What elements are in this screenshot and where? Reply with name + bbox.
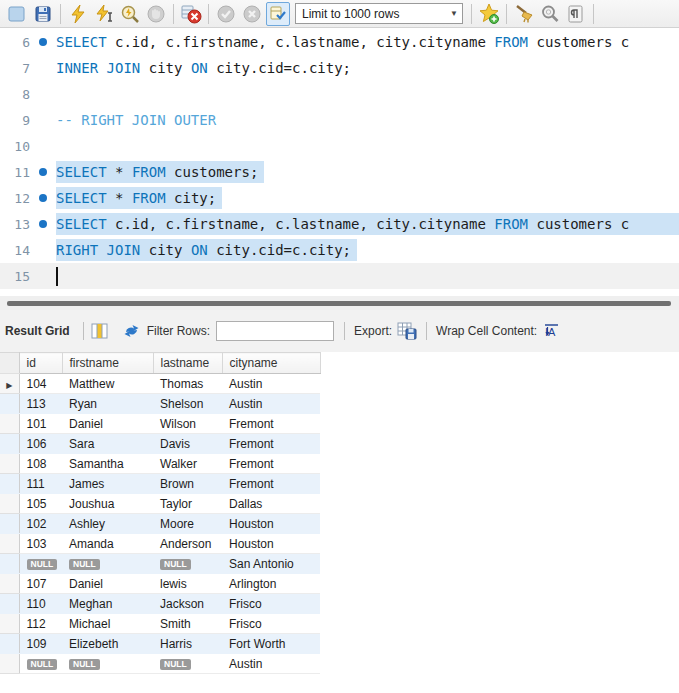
cell-firstname[interactable]: NULL (62, 654, 153, 674)
cell-lastname[interactable]: Walker (153, 454, 222, 474)
add-snippet-icon[interactable] (477, 2, 501, 26)
cell-id[interactable]: 110 (19, 594, 62, 614)
row-selector[interactable] (0, 394, 19, 414)
row-selector[interactable] (0, 434, 19, 454)
cell-id[interactable]: 103 (19, 534, 62, 554)
cell-cityname[interactable]: Fremont (222, 474, 320, 494)
cell-firstname[interactable]: James (62, 474, 153, 494)
cell-cityname[interactable]: Fremont (222, 414, 320, 434)
editor-line-9[interactable]: 9-- RIGHT JOIN OUTER (0, 107, 679, 133)
cell-id[interactable]: 106 (19, 434, 62, 454)
cell-firstname[interactable]: Michael (62, 614, 153, 634)
column-header-id[interactable]: id (19, 353, 62, 374)
save-icon[interactable] (31, 2, 55, 26)
cell-cityname[interactable]: Dallas (222, 494, 320, 514)
column-header-lastname[interactable]: lastname (153, 353, 222, 374)
cell-lastname[interactable]: NULL (153, 554, 222, 574)
cell-firstname[interactable]: NULL (62, 554, 153, 574)
cell-lastname[interactable]: Davis (153, 434, 222, 454)
export-save-icon[interactable] (396, 321, 418, 341)
cell-id[interactable]: 111 (19, 474, 62, 494)
table-row[interactable]: NULLNULLNULLAustin (0, 654, 320, 674)
beautify-icon[interactable] (512, 2, 536, 26)
cell-id[interactable]: 113 (19, 394, 62, 414)
cell-lastname[interactable]: Smith (153, 614, 222, 634)
cell-firstname[interactable]: Sara (62, 434, 153, 454)
cell-lastname[interactable]: Thomas (153, 374, 222, 394)
cell-lastname[interactable]: Jackson (153, 594, 222, 614)
cell-id[interactable]: 107 (19, 574, 62, 594)
row-selector[interactable] (0, 574, 19, 594)
stop-on-error-icon[interactable] (179, 2, 203, 26)
grid-icon[interactable] (89, 321, 111, 341)
autocommit-icon[interactable] (266, 2, 290, 26)
column-header-cityname[interactable]: cityname (222, 353, 320, 374)
row-selector[interactable] (0, 534, 19, 554)
current-row-indicator[interactable]: ▶ (0, 374, 19, 394)
cell-cityname[interactable]: Frisco (222, 614, 320, 634)
cell-id[interactable]: 108 (19, 454, 62, 474)
execute-icon[interactable] (66, 2, 90, 26)
cell-cityname[interactable]: Austin (222, 654, 320, 674)
row-selector[interactable] (0, 514, 19, 534)
row-selector[interactable] (0, 594, 19, 614)
explain-icon[interactable] (118, 2, 142, 26)
new-file-icon[interactable] (5, 2, 29, 26)
table-row[interactable]: 109ElizebethHarrisFort Worth (0, 634, 320, 654)
cell-lastname[interactable]: Moore (153, 514, 222, 534)
invisibles-icon[interactable] (564, 2, 588, 26)
cell-firstname[interactable]: Meghan (62, 594, 153, 614)
cell-firstname[interactable]: Matthew (62, 374, 153, 394)
table-row[interactable]: 112MichaelSmithFrisco (0, 614, 320, 634)
cell-firstname[interactable]: Ashley (62, 514, 153, 534)
cell-id[interactable]: 105 (19, 494, 62, 514)
cell-firstname[interactable]: Elizebeth (62, 634, 153, 654)
cell-cityname[interactable]: Fremont (222, 434, 320, 454)
cell-cityname[interactable]: Arlington (222, 574, 320, 594)
cell-cityname[interactable]: Austin (222, 374, 320, 394)
row-selector[interactable] (0, 474, 19, 494)
table-row[interactable]: 106SaraDavisFremont (0, 434, 320, 454)
cell-lastname[interactable]: Taylor (153, 494, 222, 514)
editor-line-11[interactable]: 11SELECT * FROM customers; (0, 159, 679, 185)
cell-firstname[interactable]: Amanda (62, 534, 153, 554)
table-row[interactable]: 103AmandaAndersonHouston (0, 534, 320, 554)
wrap-cell-icon[interactable]: IA (541, 321, 563, 341)
cell-id[interactable]: NULL (19, 654, 62, 674)
cell-lastname[interactable]: NULL (153, 654, 222, 674)
cell-lastname[interactable]: Harris (153, 634, 222, 654)
editor-line-12[interactable]: 12SELECT * FROM city; (0, 185, 679, 211)
cell-lastname[interactable]: Brown (153, 474, 222, 494)
cell-firstname[interactable]: Joushua (62, 494, 153, 514)
panel-splitter-handle[interactable] (7, 301, 671, 306)
row-selector[interactable] (0, 654, 19, 674)
cell-id[interactable]: 101 (19, 414, 62, 434)
cell-cityname[interactable]: Houston (222, 534, 320, 554)
column-header-firstname[interactable]: firstname (62, 353, 153, 374)
row-selector[interactable] (0, 494, 19, 514)
sql-editor[interactable]: 6SELECT c.id, c.firstname, c.lastname, c… (0, 29, 679, 296)
cell-cityname[interactable]: San Antonio (222, 554, 320, 574)
row-selector[interactable] (0, 634, 19, 654)
table-row[interactable]: 111JamesBrownFremont (0, 474, 320, 494)
cell-lastname[interactable]: Wilson (153, 414, 222, 434)
table-row[interactable]: 102AshleyMooreHouston (0, 514, 320, 534)
table-row[interactable]: 107DaniellewisArlington (0, 574, 320, 594)
editor-line-10[interactable]: 10 (0, 133, 679, 159)
cell-lastname[interactable]: lewis (153, 574, 222, 594)
editor-line-13[interactable]: 13SELECT c.id, c.firstname, c.lastname, … (0, 211, 679, 237)
row-selector[interactable] (0, 614, 19, 634)
cell-id[interactable]: 112 (19, 614, 62, 634)
editor-line-8[interactable]: 8 (0, 81, 679, 107)
table-row[interactable]: 108SamanthaWalkerFremont (0, 454, 320, 474)
execute-current-icon[interactable] (92, 2, 116, 26)
cell-cityname[interactable]: Frisco (222, 594, 320, 614)
editor-line-7[interactable]: 7INNER JOIN city ON city.cid=c.city; (0, 55, 679, 81)
table-row[interactable]: 105JoushuaTaylorDallas (0, 494, 320, 514)
refresh-icon[interactable] (121, 321, 143, 341)
cell-firstname[interactable]: Daniel (62, 574, 153, 594)
row-selector[interactable] (0, 414, 19, 434)
editor-line-6[interactable]: 6SELECT c.id, c.firstname, c.lastname, c… (0, 29, 679, 55)
cell-lastname[interactable]: Shelson (153, 394, 222, 414)
limit-rows-dropdown[interactable]: Limit to 1000 rows ▼ (295, 3, 463, 24)
